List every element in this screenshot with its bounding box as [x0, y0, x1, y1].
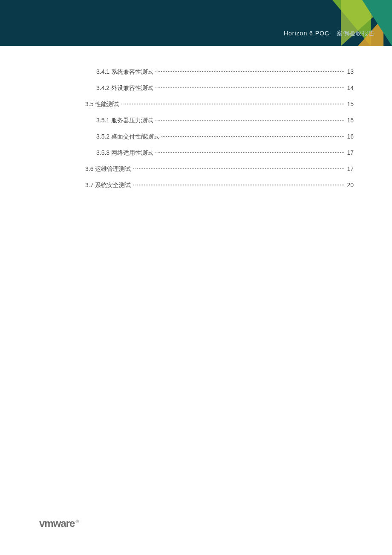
toc-page: 14 [345, 84, 354, 91]
toc-page: 15 [345, 117, 354, 124]
title-sub: 案例验收报告 [337, 30, 375, 37]
toc-label: 3.5.1 服务器压力测试 [96, 117, 155, 124]
toc-leader [156, 87, 344, 88]
title-main: Horizon 6 POC [284, 30, 329, 37]
header-band: Horizon 6 POC 案例验收报告 [0, 0, 392, 46]
toc-page: 17 [345, 149, 354, 156]
vmware-logo: vmware® [39, 517, 78, 529]
table-of-contents: 3.4.1 系统兼容性测试 13 3.4.2 外设兼容性测试 14 3.5 性能… [85, 68, 354, 198]
toc-entry[interactable]: 3.6 运维管理测试 17 [85, 165, 354, 173]
toc-label: 3.4.1 系统兼容性测试 [96, 68, 155, 76]
logo-text: vmware [39, 517, 75, 529]
header-decor [273, 0, 392, 46]
toc-label: 3.5 性能测试 [85, 101, 121, 108]
toc-entry[interactable]: 3.5.2 桌面交付性能测试 16 [85, 133, 354, 141]
toc-label: 3.5.3 网络适用性测试 [96, 149, 155, 157]
toc-leader [156, 71, 344, 72]
registered-mark: ® [75, 519, 78, 524]
toc-page: 15 [345, 101, 354, 107]
toc-label: 3.6 运维管理测试 [85, 165, 133, 173]
toc-entry[interactable]: 3.4.2 外设兼容性测试 14 [85, 84, 354, 92]
toc-page: 17 [345, 165, 354, 172]
toc-leader [161, 136, 344, 137]
page-title: Horizon 6 POC 案例验收报告 [284, 30, 375, 38]
toc-leader [121, 104, 344, 104]
decor-triangle-darkteal [362, 0, 392, 46]
toc-entry[interactable]: 3.5 性能测试 15 [85, 101, 354, 108]
toc-leader [156, 120, 344, 121]
toc-page: 16 [345, 133, 354, 140]
toc-leader [133, 168, 344, 169]
toc-entry[interactable]: 3.4.1 系统兼容性测试 13 [85, 68, 354, 76]
toc-entry[interactable]: 3.7 系统安全测试 20 [85, 182, 354, 189]
toc-label: 3.4.2 外设兼容性测试 [96, 84, 155, 92]
toc-leader [133, 185, 344, 185]
toc-page: 20 [345, 182, 354, 188]
toc-entry[interactable]: 3.5.3 网络适用性测试 17 [85, 149, 354, 157]
toc-label: 3.5.2 桌面交付性能测试 [96, 133, 161, 141]
toc-leader [156, 152, 344, 153]
toc-page: 13 [345, 68, 354, 75]
toc-entry[interactable]: 3.5.1 服务器压力测试 15 [85, 117, 354, 124]
toc-label: 3.7 系统安全测试 [85, 182, 133, 189]
